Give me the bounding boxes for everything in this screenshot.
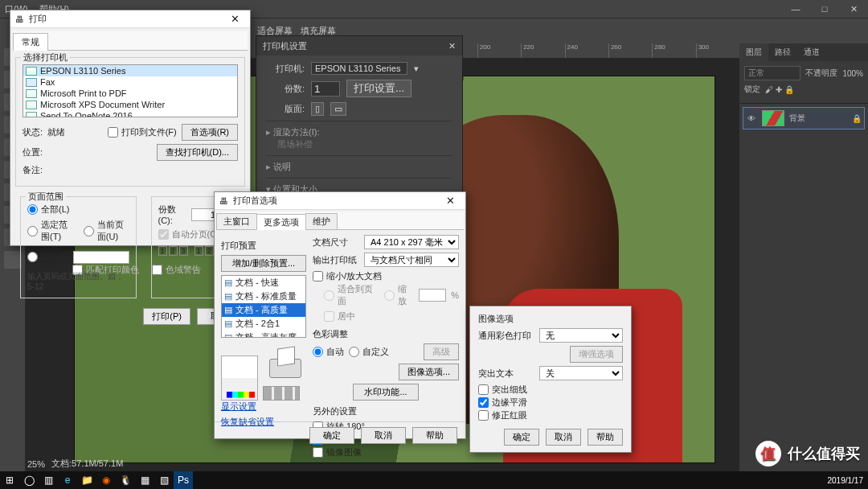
cortana-icon[interactable]: ◯ xyxy=(19,471,39,489)
app3-icon[interactable]: ▧ xyxy=(154,471,174,489)
close-icon[interactable]: ✕ xyxy=(440,193,461,209)
add-remove-preset-button[interactable]: 增加/删除预置... xyxy=(221,255,306,272)
tab-paths[interactable]: 路径 xyxy=(768,43,797,61)
preset-list-item[interactable]: ▤文档 - 快速 xyxy=(222,276,305,290)
zoom-percent-input xyxy=(419,289,446,302)
radio-selection[interactable] xyxy=(27,226,38,236)
printer-name: Microsoft Print to PDF xyxy=(40,88,127,98)
print-settings-button[interactable]: 打印设置... xyxy=(346,80,411,97)
copies-input[interactable] xyxy=(311,81,340,97)
watermark-button[interactable]: 水印功能... xyxy=(353,384,419,401)
tab-general[interactable]: 常规 xyxy=(13,33,48,51)
print-button[interactable]: 打印(P) xyxy=(143,308,190,325)
prefs-title: 打印首选项 xyxy=(233,195,277,207)
cancel-button[interactable]: 取消 xyxy=(546,429,581,446)
orientation-portrait-icon[interactable]: ▯ xyxy=(311,102,324,116)
tab-layers[interactable]: 图层 xyxy=(739,43,768,61)
preset-list-item[interactable]: ▤文档 - 2合1 xyxy=(222,317,305,331)
find-printer-button[interactable]: 查找打印机(D)... xyxy=(157,144,238,161)
printer-list-item[interactable]: EPSON L3110 Series xyxy=(23,65,237,76)
app2-icon[interactable]: ▦ xyxy=(135,471,154,489)
preset-list-item[interactable]: ▤文档 - 高速灰度 xyxy=(222,331,305,338)
chk-reduce-enlarge[interactable] xyxy=(313,271,323,281)
tab-channels[interactable]: 通道 xyxy=(797,43,826,61)
window-close-icon[interactable]: ✕ xyxy=(839,0,868,18)
chk-redeye[interactable] xyxy=(478,410,489,421)
output-paper-select[interactable]: 与文档尺寸相同 xyxy=(364,253,459,267)
qq-icon[interactable]: 🐧 xyxy=(116,471,135,489)
radio-color-auto[interactable] xyxy=(313,347,323,357)
print-dialog-title: 打印 xyxy=(29,13,47,25)
radio-current[interactable] xyxy=(84,226,94,236)
blend-mode-select[interactable]: 正常 xyxy=(744,66,800,80)
eye-icon[interactable]: 👁 xyxy=(746,113,757,124)
edge-icon[interactable]: e xyxy=(58,471,77,489)
image-options-button[interactable]: 图像选项... xyxy=(399,364,459,380)
cancel-button[interactable]: 取消 xyxy=(361,427,406,444)
preset-list-item[interactable]: ▤文档 - 标准质量 xyxy=(222,290,305,303)
copies-label: 份数(C): xyxy=(158,203,182,225)
app-icon[interactable]: ◉ xyxy=(96,471,116,489)
chk-mirror[interactable] xyxy=(313,447,323,458)
printer-list-item[interactable]: Fax xyxy=(23,76,237,88)
chk-emph-thin[interactable] xyxy=(478,384,489,395)
zoom-level[interactable]: 25% xyxy=(27,459,45,469)
tab-more-options[interactable]: 更多选项 xyxy=(256,214,306,230)
radio-all[interactable] xyxy=(27,204,38,215)
taskview-icon[interactable]: ▥ xyxy=(39,471,58,489)
print-dialog-titlebar[interactable]: 🖶 打印 ✕ xyxy=(10,10,250,28)
lock-icons[interactable]: 🖌 ✚ 🔒 xyxy=(765,85,794,94)
close-icon[interactable]: ✕ xyxy=(448,41,456,51)
preset-list[interactable]: ▤文档 - 快速▤文档 - 标准质量▤文档 - 高质量▤文档 - 2合1▤文档 … xyxy=(221,275,306,338)
pages-input[interactable] xyxy=(73,251,129,264)
lock-icon: 🔒 xyxy=(852,114,862,123)
print-preferences-dialog: 🖶 打印首选项 ✕ 主窗口 更多选项 维护 打印预置 增加/删除预置... ▤文… xyxy=(214,191,466,439)
radio-fit-page xyxy=(324,290,334,301)
printer-name: EPSON L3110 Series xyxy=(40,66,125,76)
orientation-landscape-icon[interactable]: ▭ xyxy=(330,102,346,116)
render-section[interactable]: 渲染方法(I): xyxy=(266,121,452,138)
close-icon[interactable]: ✕ xyxy=(224,11,245,27)
show-settings-link[interactable]: 显示设置 xyxy=(221,401,306,413)
preset-list-item[interactable]: ▤文档 - 高质量 xyxy=(222,303,305,317)
window-restore-icon[interactable]: □ xyxy=(810,0,839,18)
layer-thumbnail xyxy=(762,110,784,126)
desc-section[interactable]: 说明 xyxy=(266,155,452,173)
printer-list[interactable]: EPSON L3110 SeriesFaxMicrosoft Print to … xyxy=(23,64,238,117)
restore-defaults-link[interactable]: 恢复缺省设置 xyxy=(221,416,306,428)
ok-button[interactable]: 确定 xyxy=(504,429,539,446)
printer-icon xyxy=(26,89,37,98)
printer-list-item[interactable]: Microsoft Print to PDF xyxy=(23,88,237,99)
start-button-icon[interactable]: ⊞ xyxy=(0,471,19,489)
help-button[interactable]: 帮助 xyxy=(588,429,623,446)
printer-list-item[interactable]: Send To OneNote 2016 xyxy=(23,110,237,117)
explorer-icon[interactable]: 📁 xyxy=(77,471,96,489)
prefs-titlebar[interactable]: 🖶 打印首选项 ✕ xyxy=(215,192,465,210)
help-button[interactable]: 帮助 xyxy=(412,427,457,444)
radio-color-custom[interactable] xyxy=(349,347,359,357)
chevron-down-icon[interactable]: ▾ xyxy=(414,64,419,74)
printer-list-item[interactable]: Microsoft XPS Document Writer xyxy=(23,99,237,110)
tab-maintenance[interactable]: 维护 xyxy=(305,213,338,229)
radio-pages[interactable] xyxy=(27,252,38,262)
chk-edge-smooth[interactable] xyxy=(478,397,489,408)
doc-size-select[interactable]: A4 210 x 297 毫米 xyxy=(364,235,459,249)
tab-main[interactable]: 主窗口 xyxy=(216,213,257,229)
windows-taskbar: ⊞ ◯ ▥ e 📁 ◉ 🐧 ▦ ▧ Ps 2019/1/17 xyxy=(0,471,868,489)
printer-select[interactable]: EPSON L3110 Series xyxy=(311,62,407,75)
opacity-value[interactable]: 100% xyxy=(842,69,863,78)
document-icon: ▤ xyxy=(224,291,232,302)
location-label: 位置: xyxy=(23,146,43,158)
emph-text-select[interactable]: 关 xyxy=(539,366,623,380)
ok-button[interactable]: 确定 xyxy=(309,427,354,444)
chk-collate xyxy=(158,229,169,240)
photoshop-taskbar-icon[interactable]: Ps xyxy=(174,471,193,489)
taskbar-clock[interactable]: 2019/1/17 xyxy=(828,476,864,485)
print-to-file[interactable]: 打印到文件(F) xyxy=(108,126,177,138)
watermark-text: 什么值得买 xyxy=(788,444,860,463)
window-minimize-icon[interactable]: — xyxy=(781,0,810,18)
universal-color-select[interactable]: 无 xyxy=(539,328,623,343)
preferences-button[interactable]: 首选项(R) xyxy=(182,124,238,141)
printer-icon xyxy=(26,67,37,76)
layer-row[interactable]: 👁 背景 🔒 xyxy=(743,107,865,129)
